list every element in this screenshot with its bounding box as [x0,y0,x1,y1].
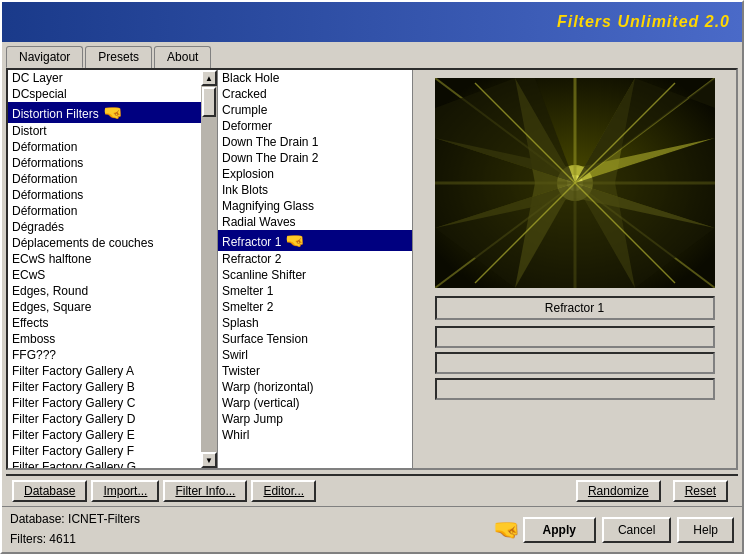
left-list-item[interactable]: Filter Factory Gallery B [8,379,201,395]
left-panel: DC LayerDCspecialDistortion Filters🤜Dist… [8,70,218,468]
scroll-up-btn[interactable]: ▲ [201,70,217,86]
left-list-item[interactable]: Filter Factory Gallery F [8,443,201,459]
scroll-thumb[interactable] [202,87,216,117]
left-list-item[interactable]: Distort [8,123,201,139]
middle-list-item[interactable]: Whirl [218,427,412,443]
left-list-item[interactable]: Emboss [8,331,201,347]
info-row-1 [435,326,715,348]
filters-value: 4611 [49,532,76,546]
left-list-item[interactable]: Déformation [8,171,201,187]
database-label: Database: [10,512,65,526]
content-area: DC LayerDCspecialDistortion Filters🤜Dist… [6,68,738,470]
database-value: ICNET-Filters [68,512,140,526]
left-list-item[interactable]: Filter Factory Gallery C [8,395,201,411]
left-list-item[interactable]: Effects [8,315,201,331]
middle-list-item[interactable]: Twister [218,363,412,379]
middle-list-item[interactable]: Crumple [218,102,412,118]
editor-btn[interactable]: Editor... [251,480,316,502]
preview-svg [435,78,715,288]
main-window: Filters Unlimited 2.0 Navigator Presets … [0,0,744,554]
left-list-item[interactable]: Déformations [8,155,201,171]
info-row-3 [435,378,715,400]
filters-label: Filters: [10,532,46,546]
left-list-item[interactable]: Edges, Square [8,299,201,315]
action-buttons: 🤜 Apply Cancel Help [523,517,734,543]
left-list-item[interactable]: Déplacements de couches [8,235,201,251]
middle-panel: Black HoleCrackedCrumpleDeformerDown The… [218,70,413,468]
left-list-item[interactable]: Distortion Filters🤜 [8,102,201,123]
middle-list-item[interactable]: Explosion [218,166,412,182]
reset-btn[interactable]: Reset [673,480,728,502]
middle-list-item[interactable]: Magnifying Glass [218,198,412,214]
middle-list-item[interactable]: Ink Blots [218,182,412,198]
category-list[interactable]: DC LayerDCspecialDistortion Filters🤜Dist… [8,70,201,468]
middle-list-item[interactable]: Radial Waves [218,214,412,230]
left-list-item[interactable]: Déformation [8,139,201,155]
middle-list-item[interactable]: Scanline Shifter [218,267,412,283]
randomize-btn[interactable]: Randomize [576,480,661,502]
left-list-item[interactable]: ECwS halftone [8,251,201,267]
left-scrollbar[interactable]: ▲ ▼ [201,70,217,468]
app-title: Filters Unlimited 2.0 [557,13,730,31]
database-btn[interactable]: Database [12,480,87,502]
middle-list-item[interactable]: Swirl [218,347,412,363]
middle-list-item[interactable]: Smelter 2 [218,299,412,315]
tab-presets[interactable]: Presets [85,46,152,68]
middle-list-item[interactable]: Splash [218,315,412,331]
middle-list-item[interactable]: Down The Drain 2 [218,150,412,166]
status-bar: Database: ICNET-Filters Filters: 4611 🤜 … [2,506,742,552]
scroll-down-btn[interactable]: ▼ [201,452,217,468]
left-list-item[interactable]: ECwS [8,267,201,283]
apply-btn[interactable]: Apply [523,517,596,543]
middle-list-item[interactable]: Refractor 2 [218,251,412,267]
preview-area [435,78,715,288]
left-list-item[interactable]: Filter Factory Gallery A [8,363,201,379]
left-list-item[interactable]: DC Layer [8,70,201,86]
left-list-item[interactable]: Filter Factory Gallery E [8,427,201,443]
tab-navigator[interactable]: Navigator [6,46,83,68]
left-list-item[interactable]: Dégradés [8,219,201,235]
scroll-track [201,86,217,452]
middle-list-item[interactable]: Surface Tension [218,331,412,347]
left-list-item[interactable]: Edges, Round [8,283,201,299]
info-row-2 [435,352,715,374]
middle-list-item[interactable]: Warp (vertical) [218,395,412,411]
middle-list-item[interactable]: Cracked [218,86,412,102]
import-btn[interactable]: Import... [91,480,159,502]
middle-list-item[interactable]: Smelter 1 [218,283,412,299]
middle-list-item[interactable]: Warp Jump [218,411,412,427]
status-info: Database: ICNET-Filters Filters: 4611 [10,510,523,548]
right-panel: Refractor 1 [413,70,736,468]
filter-name-display: Refractor 1 [435,296,715,320]
left-list-item[interactable]: Filter Factory Gallery D [8,411,201,427]
title-bar: Filters Unlimited 2.0 [2,2,742,42]
middle-list-item[interactable]: Black Hole [218,70,412,86]
middle-list-item[interactable]: Down The Drain 1 [218,134,412,150]
tab-bar: Navigator Presets About [2,42,742,68]
filters-status: Filters: 4611 [10,530,523,549]
left-list-item[interactable]: Filter Factory Gallery G [8,459,201,468]
middle-list-item[interactable]: Deformer [218,118,412,134]
bottom-toolbar: Database Import... Filter Info... Editor… [6,474,738,506]
filter-list[interactable]: Black HoleCrackedCrumpleDeformerDown The… [218,70,412,468]
middle-list-item[interactable]: Refractor 1🤜 [218,230,412,251]
left-list-item[interactable]: Déformation [8,203,201,219]
left-list-item[interactable]: DCspecial [8,86,201,102]
left-list-item[interactable]: Déformations [8,187,201,203]
filter-info-btn[interactable]: Filter Info... [163,480,247,502]
database-status: Database: ICNET-Filters [10,510,523,529]
left-list-item[interactable]: FFG??? [8,347,201,363]
middle-list-item[interactable]: Warp (horizontal) [218,379,412,395]
cancel-btn[interactable]: Cancel [602,517,671,543]
tab-about[interactable]: About [154,46,211,68]
help-btn[interactable]: Help [677,517,734,543]
right-toolbar-btns: Randomize Reset [576,480,732,502]
